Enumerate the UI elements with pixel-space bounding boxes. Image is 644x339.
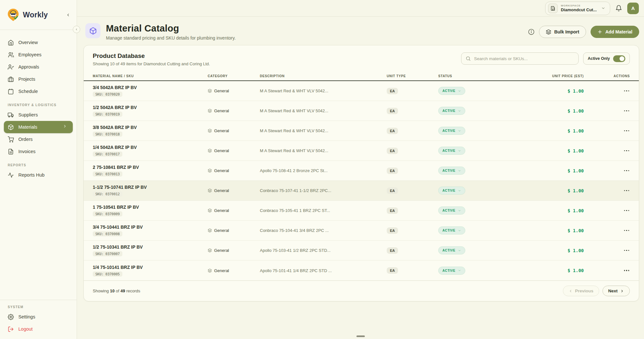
workspace-selector[interactable]: WORKSPACE Diamondcut Cut... <box>545 2 610 15</box>
category-label: General <box>214 128 229 133</box>
sidebar-item-projects[interactable]: Projects <box>4 73 73 85</box>
status-label: ACTIVE <box>442 189 455 192</box>
status-label: ACTIVE <box>442 109 455 113</box>
chevron-down-icon <box>458 109 461 113</box>
sidebar-item-reports-hub[interactable]: Reports Hub <box>4 169 73 181</box>
info-icon[interactable] <box>528 29 535 35</box>
bulk-import-button[interactable]: Bulk Import <box>539 26 586 38</box>
sidebar-collapse-button[interactable] <box>73 26 80 33</box>
shown-count: 10 <box>110 289 115 293</box>
table-row: 1/4 5042A BRZ IP BV SKU: 0370017 General… <box>84 141 639 161</box>
row-actions-menu-icon[interactable] <box>623 168 630 173</box>
table-header-row: MATERIAL NAME / SKU CATEGORY DESCRIPTION… <box>84 71 639 81</box>
sidebar-item-orders[interactable]: Orders <box>4 133 73 145</box>
row-actions-menu-icon[interactable] <box>623 148 630 153</box>
material-name-cell: 2 75-10841 BRZ IP BV SKU: 0370013 <box>93 165 208 177</box>
activity-icon <box>8 172 14 178</box>
status-badge[interactable]: ACTIVE <box>438 206 465 215</box>
status-badge[interactable]: ACTIVE <box>438 127 465 135</box>
col-header-status: STATUS <box>438 74 552 78</box>
chevron-left-icon <box>569 289 573 293</box>
sku-badge: SKU: 0370017 <box>93 151 122 157</box>
sidebar-item-overview[interactable]: Overview <box>4 36 73 49</box>
section-label-inventory: INVENTORY & LOGISTICS <box>8 103 69 107</box>
status-label: ACTIVE <box>442 269 455 272</box>
layers-icon <box>208 129 212 133</box>
layers-icon <box>208 248 212 252</box>
sku-badge: SKU: 0370012 <box>93 191 122 197</box>
material-name: 1/2 5042A BRZ IP BV <box>93 105 208 110</box>
material-name: 1 75-10541 BRZ IP BV <box>93 205 208 210</box>
previous-button[interactable]: Previous <box>563 286 599 296</box>
status-badge[interactable]: ACTIVE <box>438 87 465 95</box>
material-name-cell: 1/4 5042A BRZ IP BV SKU: 0370017 <box>93 145 208 157</box>
unit-badge: EA <box>387 168 398 174</box>
col-header-category: CATEGORY <box>208 74 260 78</box>
unit-price: $ 1.00 <box>552 188 584 193</box>
bell-icon[interactable] <box>615 5 622 12</box>
sidebar-item-logout[interactable]: Logout <box>4 323 73 335</box>
active-only-toggle[interactable] <box>613 55 625 62</box>
unit-price: $ 1.00 <box>552 88 584 94</box>
material-name: 3/4 75-10441 BRZ IP BV <box>93 224 208 230</box>
sidebar-item-employees[interactable]: Employees <box>4 49 73 61</box>
sidebar-item-label: Projects <box>18 77 35 82</box>
status-cell: ACTIVE <box>438 127 552 135</box>
shopping-cart-icon <box>8 136 14 142</box>
status-cell: ACTIVE <box>438 206 552 215</box>
layers-icon <box>208 269 212 273</box>
layers-icon <box>208 228 212 233</box>
search-input[interactable] <box>474 56 574 61</box>
toggle-knob <box>620 56 624 61</box>
status-badge[interactable]: ACTIVE <box>438 267 465 275</box>
status-badge[interactable]: ACTIVE <box>438 167 465 175</box>
status-badge[interactable]: ACTIVE <box>438 107 465 115</box>
sidebar-item-schedule[interactable]: Schedule <box>4 85 73 97</box>
sidebar-item-label: Invoices <box>18 149 35 154</box>
row-actions-menu-icon[interactable] <box>623 88 630 94</box>
layers-icon <box>208 109 212 113</box>
card-subtitle: Showing 10 of 49 items for Diamondcut Cu… <box>93 61 210 66</box>
row-actions-menu-icon[interactable] <box>623 128 630 133</box>
description-cell: Apollo 75-108-41 2 Bronze 2PC St... <box>260 168 387 173</box>
status-badge[interactable]: ACTIVE <box>438 187 465 195</box>
sidebar-item-label: Approvals <box>18 64 39 69</box>
sidebar-item-approvals[interactable]: Approvals <box>4 61 73 73</box>
brand-name: Workly <box>23 11 48 19</box>
unit-price: $ 1.00 <box>552 148 584 153</box>
row-actions-menu-icon[interactable] <box>623 108 630 114</box>
next-button[interactable]: Next <box>602 286 630 296</box>
description-cell: M A Stewart Red & WHT VLV 5042... <box>260 128 387 133</box>
row-actions-menu-icon[interactable] <box>623 268 630 273</box>
status-badge[interactable]: ACTIVE <box>438 147 465 155</box>
status-badge[interactable]: ACTIVE <box>438 226 465 234</box>
workspace-label: WORKSPACE <box>561 4 597 7</box>
row-actions-menu-icon[interactable] <box>623 188 630 193</box>
chevron-left-icon[interactable] <box>66 13 70 17</box>
briefcase-icon <box>8 76 14 82</box>
sidebar-item-suppliers[interactable]: Suppliers <box>4 109 73 121</box>
sku-badge: SKU: 0370009 <box>93 211 122 216</box>
row-actions-menu-icon[interactable] <box>623 248 630 253</box>
sidebar-item-settings[interactable]: Settings <box>4 311 73 323</box>
page-title: Material Catalog <box>106 23 236 34</box>
category-cell: General <box>208 168 260 173</box>
next-label: Next <box>608 289 618 293</box>
status-label: ACTIVE <box>442 209 455 212</box>
row-actions-menu-icon[interactable] <box>623 228 630 233</box>
status-badge[interactable]: ACTIVE <box>438 246 465 254</box>
home-icon <box>8 40 14 46</box>
card-header: Product Database Showing 10 of 49 items … <box>84 45 639 71</box>
description-cell: M A Stewart Red & WHT VLV 5042... <box>260 148 387 153</box>
col-header-unit-type: UNIT TYPE <box>387 74 438 78</box>
unit-badge: EA <box>387 88 398 94</box>
sidebar-item-materials[interactable]: Materials <box>4 121 73 133</box>
chevron-down-icon <box>601 6 605 10</box>
row-actions-menu-icon[interactable] <box>623 208 630 213</box>
status-label: ACTIVE <box>442 129 455 133</box>
drag-handle[interactable] <box>356 335 365 337</box>
sidebar-item-invoices[interactable]: Invoices <box>4 145 73 158</box>
avatar[interactable]: A <box>627 3 639 14</box>
add-material-button[interactable]: Add Material <box>591 26 639 38</box>
app-root: Workly Overview Employees <box>0 0 644 339</box>
